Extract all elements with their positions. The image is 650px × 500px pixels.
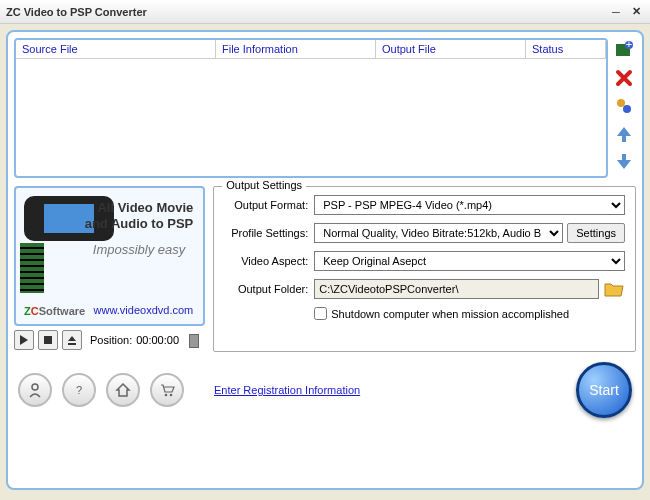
file-list-area: Source File File Information Output File… [14, 38, 636, 178]
move-up-button[interactable] [612, 122, 636, 146]
position-slider[interactable] [189, 338, 199, 342]
svg-point-4 [623, 105, 631, 113]
svg-rect-5 [44, 336, 52, 344]
promo-logo: ZCSoftware [24, 303, 85, 318]
file-list[interactable]: Source File File Information Output File… [14, 38, 608, 178]
position-value: 00:00:00 [136, 334, 179, 346]
profile-settings-button[interactable]: Settings [567, 223, 625, 243]
svg-text:+: + [626, 40, 632, 50]
output-format-select[interactable]: PSP - PSP MPEG-4 Video (*.mp4) [314, 195, 625, 215]
account-button[interactable] [18, 373, 52, 407]
footer: ZC Software Order ZC DVD Creator Platinu… [0, 496, 650, 500]
film-strip-icon [20, 243, 44, 293]
svg-point-3 [617, 99, 625, 107]
add-file-button[interactable]: + [612, 38, 636, 62]
browse-folder-button[interactable] [603, 280, 625, 298]
middle-row: All Video Movie and Audio to PSP Impossi… [14, 186, 636, 352]
position-label: Position: [90, 334, 132, 346]
eject-button[interactable] [62, 330, 82, 350]
video-aspect-select[interactable]: Keep Original Asepct [314, 251, 625, 271]
file-list-header: Source File File Information Output File… [16, 40, 606, 59]
svg-point-7 [165, 394, 168, 397]
close-button[interactable]: ✕ [628, 5, 644, 19]
main-panel: Source File File Information Output File… [6, 30, 644, 490]
shutdown-label: Shutdown computer when mission accomplis… [331, 308, 569, 320]
minimize-button[interactable]: ─ [608, 5, 624, 19]
help-button[interactable]: ? [62, 373, 96, 407]
promo-line3: Impossibly easy [93, 242, 185, 257]
play-button[interactable] [14, 330, 34, 350]
cart-button[interactable] [150, 373, 184, 407]
output-folder-label: Output Folder: [224, 283, 308, 295]
output-format-label: Output Format: [224, 199, 308, 211]
output-settings-legend: Output Settings [222, 179, 306, 191]
output-folder-field[interactable] [314, 279, 599, 299]
output-settings-fieldset: Output Settings Output Format: PSP - PSP… [213, 186, 636, 352]
col-status[interactable]: Status [526, 40, 606, 59]
bottom-bar: ? Enter Registration Information Start [14, 362, 636, 418]
promo-line1: All Video Movie [97, 200, 193, 215]
register-link[interactable]: Enter Registration Information [214, 384, 360, 396]
promo-line2: and Audio to PSP [85, 216, 194, 231]
col-output[interactable]: Output File [376, 40, 526, 59]
col-source[interactable]: Source File [16, 40, 216, 59]
tools-button[interactable] [612, 94, 636, 118]
side-toolbar: + [608, 38, 636, 178]
home-button[interactable] [106, 373, 140, 407]
promo-panel: All Video Movie and Audio to PSP Impossi… [14, 186, 205, 352]
svg-point-6 [32, 384, 38, 390]
window-title: ZC Video to PSP Converter [6, 6, 604, 18]
file-list-body[interactable] [16, 59, 606, 176]
svg-point-8 [170, 394, 173, 397]
player-bar: Position: 00:00:00 [14, 330, 205, 350]
start-button[interactable]: Start [576, 362, 632, 418]
title-bar: ZC Video to PSP Converter ─ ✕ [0, 0, 650, 24]
profile-settings-select[interactable]: Normal Quality, Video Bitrate:512kb, Aud… [314, 223, 563, 243]
promo-box: All Video Movie and Audio to PSP Impossi… [14, 186, 205, 326]
stop-button[interactable] [38, 330, 58, 350]
col-info[interactable]: File Information [216, 40, 376, 59]
promo-url: www.videoxdvd.com [94, 304, 194, 316]
output-settings: Output Settings Output Format: PSP - PSP… [213, 186, 636, 352]
video-aspect-label: Video Aspect: [224, 255, 308, 267]
profile-settings-label: Profile Settings: [224, 227, 308, 239]
shutdown-checkbox[interactable] [314, 307, 327, 320]
move-down-button[interactable] [612, 150, 636, 174]
remove-file-button[interactable] [612, 66, 636, 90]
